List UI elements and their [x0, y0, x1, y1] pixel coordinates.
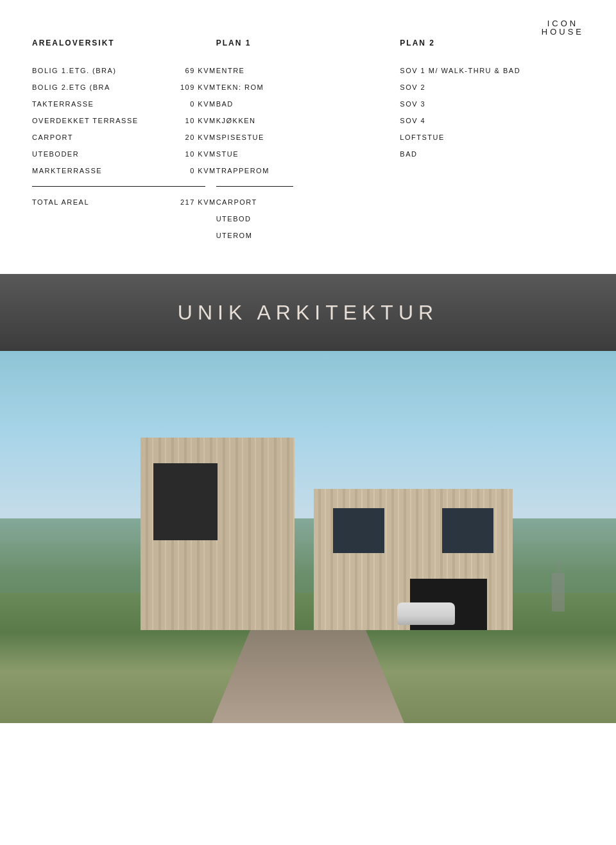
area-label-markterrasse: MARKTERRASSE	[32, 167, 102, 175]
car	[397, 602, 455, 625]
area-label-takterrasse: TAKTERRASSE	[32, 100, 94, 108]
background-church	[552, 573, 565, 611]
area-row-uteboder: UTEBODER 10 KVM	[32, 150, 216, 158]
logo-text: ICON HOUSE	[542, 19, 584, 36]
total-value: 217 KVM	[180, 198, 216, 206]
area-label-bolig1: BOLIG 1.ETG. (BRA)	[32, 67, 117, 74]
area-row-bolig1: BOLIG 1.ETG. (BRA) 69 KVM	[32, 67, 216, 74]
plan1-item-teknrom: TEKN: ROM	[216, 83, 400, 91]
plan1-item-entre: ENTRE	[216, 67, 400, 74]
plan1-item-utebod: UTEBOD	[216, 215, 400, 223]
area-value-overdekket: 10 KVM	[185, 117, 216, 124]
area-value-markterrasse: 0 KVM	[190, 167, 216, 175]
plan2-item-sov4: SOV 4	[400, 117, 584, 124]
plan2-item-sov3: SOV 3	[400, 100, 584, 108]
window-right-1	[333, 508, 384, 553]
area-value-bolig1: 69 KVM	[185, 67, 216, 74]
arealoversikt-header: AREALOVERSIKT	[32, 38, 216, 47]
plan1-header: PLAN 1	[216, 38, 400, 47]
col-plan1: PLAN 1 ENTRE TEKN: ROM BAD KJØKKEN SPISE…	[216, 38, 400, 248]
garage-opening	[410, 579, 487, 630]
logo-line2: HOUSE	[542, 28, 584, 36]
total-row: TOTAL AREAL 217 KVM	[32, 198, 216, 206]
area-label-bolig2: BOLIG 2.ETG (BRA	[32, 83, 110, 91]
plan1-item-spisestue: SPISESTUE	[216, 133, 400, 141]
plan1-item-stue: STUE	[216, 150, 400, 158]
area-label-overdekket: OVERDEKKET TERRASSE	[32, 117, 139, 124]
plan1-item-carport: CARPORT	[216, 198, 400, 206]
top-section: ICON HOUSE AREALOVERSIKT BOLIG 1.ETG. (B…	[0, 0, 616, 274]
plan1-item-uterom: UTEROM	[216, 232, 400, 239]
total-label: TOTAL AREAL	[32, 198, 89, 206]
plan2-item-sov1: SOV 1 M/ WALK-THRU & BAD	[400, 67, 584, 74]
plan2-item-loftstue: LOFTSTUE	[400, 133, 584, 141]
area-row-bolig2: BOLIG 2.ETG (BRA 109 KVM	[32, 83, 216, 91]
area-value-takterrasse: 0 KVM	[190, 100, 216, 108]
logo: ICON HOUSE	[542, 19, 584, 36]
plan2-item-sov2: SOV 2	[400, 83, 584, 91]
col-arealoversikt: AREALOVERSIKT BOLIG 1.ETG. (BRA) 69 KVM …	[32, 38, 216, 248]
area-value-carport: 20 KVM	[185, 133, 216, 141]
area-row-takterrasse: TAKTERRASSE 0 KVM	[32, 100, 216, 108]
area-row-overdekket: OVERDEKKET TERRASSE 10 KVM	[32, 117, 216, 124]
plan2-item-bad: BAD	[400, 150, 584, 158]
house-structure	[141, 425, 513, 630]
area-label-uteboder: UTEBODER	[32, 150, 79, 158]
area-value-uteboder: 10 KVM	[185, 150, 216, 158]
banner-section: UNIK ARKITEKTUR	[0, 274, 616, 351]
plan2-header: PLAN 2	[400, 38, 584, 47]
banner-text: UNIK ARKITEKTUR	[178, 301, 438, 325]
house-image-section	[0, 351, 616, 723]
plan1-item-kjokken: KJØKKEN	[216, 117, 400, 124]
window-left-large	[153, 463, 218, 540]
house-left-block	[141, 438, 295, 630]
area-value-bolig2: 109 KVM	[180, 83, 216, 91]
col1-divider	[32, 186, 205, 187]
area-overview: AREALOVERSIKT BOLIG 1.ETG. (BRA) 69 KVM …	[32, 26, 584, 248]
area-row-markterrasse: MARKTERRASSE 0 KVM	[32, 167, 216, 175]
window-right-2	[442, 508, 493, 553]
area-row-carport: CARPORT 20 KVM	[32, 133, 216, 141]
plan1-item-trapperom: TRAPPEROM	[216, 167, 400, 175]
house-right-block	[314, 489, 513, 630]
plan1-item-bad: BAD	[216, 100, 400, 108]
area-label-carport: CARPORT	[32, 133, 73, 141]
col2-divider	[216, 186, 293, 187]
col-plan2: PLAN 2 SOV 1 M/ WALK-THRU & BAD SOV 2 SO…	[400, 38, 584, 248]
